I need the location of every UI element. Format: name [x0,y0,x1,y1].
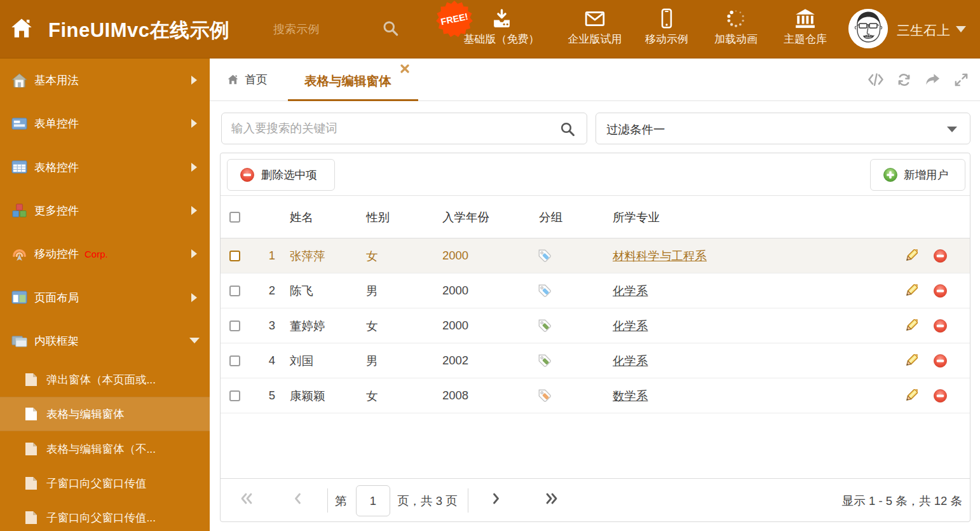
search-icon[interactable] [560,121,575,137]
delete-row-icon[interactable] [934,354,947,368]
page-number-input[interactable] [356,485,390,516]
sidebar-item-mobile-controls[interactable]: 移动控件 Corp. [0,232,210,275]
row-checkbox[interactable] [229,286,240,296]
expand-button[interactable] [947,70,976,89]
column-header-group[interactable]: 分组 [539,209,613,225]
delete-row-icon[interactable] [934,284,947,298]
sidebar-item-page-layout[interactable]: 页面布局 [0,275,210,319]
sidebar-subitem-grid-edit-window-2[interactable]: 表格与编辑窗体（不... [0,431,210,465]
tag-icon [538,249,552,263]
next-page-button[interactable] [493,493,500,504]
cell-major-link[interactable]: 材料科学与工程系 [613,249,707,263]
add-button-label: 新增用户 [904,167,948,183]
delete-row-icon[interactable] [934,319,947,333]
file-icon [25,511,37,525]
sidebar-subitem-label: 表格与编辑窗体 [46,406,125,422]
header-search-input[interactable] [273,19,375,39]
delete-row-icon[interactable] [934,249,947,263]
edit-pencil-icon[interactable] [904,319,918,333]
dropdown-caret-icon [947,127,957,132]
header-search-icon[interactable] [382,20,399,37]
sidebar-item-more-controls[interactable]: 更多控件 [0,189,210,232]
column-header-year[interactable]: 入学年份 [442,209,539,225]
share-button[interactable] [918,70,947,89]
sidebar-item-form-controls[interactable]: 表单控件 [0,102,210,145]
cell-year: 2000 [442,249,539,263]
delete-row-icon[interactable] [934,389,947,403]
add-user-button[interactable]: 新增用户 [870,159,965,191]
table-row[interactable]: 3 董婷婷 女 2000 化学系 [221,308,970,343]
table-header-row: 姓名 性别 入学年份 分组 所学专业 [221,196,970,238]
table-row[interactable]: 4 刘国 男 2002 化学系 [221,343,970,378]
refresh-icon [897,72,911,87]
file-icon [25,373,37,387]
row-checkbox[interactable] [229,355,240,366]
sidebar-subitem-grid-edit-window[interactable]: 表格与编辑窗体 [0,397,210,431]
source-code-button[interactable] [861,70,890,89]
user-caret-down-icon[interactable] [956,26,966,32]
sidebar-item-label: 表单控件 [34,116,79,131]
grid-empty-area [221,413,970,478]
sidebar-subitem-child-to-parent-2[interactable]: 子窗口向父窗口传值... [0,500,210,531]
edit-pencil-icon[interactable] [904,284,918,298]
column-header-name[interactable]: 姓名 [275,209,366,225]
row-checkbox[interactable] [229,321,240,331]
delete-selected-button[interactable]: 删除选中项 [227,159,335,191]
filter-dropdown[interactable]: 过滤条件一 [595,113,970,144]
edit-pencil-icon[interactable] [904,389,918,403]
row-number: 2 [250,284,275,298]
cell-name: 陈飞 [290,284,313,298]
row-checkbox[interactable] [229,390,240,401]
edit-pencil-icon[interactable] [904,354,918,368]
row-number: 4 [250,354,275,368]
filter-dropdown-value: 过滤条件一 [606,121,665,137]
nav-label: 加载动画 [714,32,758,46]
mail-icon [584,8,606,29]
sidebar-item-iframe[interactable]: 内联框架 [0,319,210,362]
cell-major-link[interactable]: 化学系 [613,354,648,368]
column-header-gender[interactable]: 性别 [366,209,442,225]
sidebar-subitem-child-to-parent[interactable]: 子窗口向父窗口传值 [0,466,210,500]
table-row[interactable]: 2 陈飞 男 2000 化学系 [221,273,970,308]
row-checkbox[interactable] [229,251,240,261]
username[interactable]: 三生石上 [897,22,950,39]
cell-major-link[interactable]: 化学系 [613,319,648,333]
table-row[interactable]: 5 康颖颖 女 2008 数学系 [221,378,970,413]
cell-major-link[interactable]: 数学系 [613,389,648,403]
sidebar-item-grid-controls[interactable]: 表格控件 [0,146,210,189]
column-header-major[interactable]: 所学专业 [613,209,875,225]
row-number: 3 [250,319,275,333]
tab-home[interactable]: 首页 [227,59,268,100]
last-page-button[interactable] [545,493,558,504]
tag-icon [538,354,552,368]
nav-theme-store[interactable]: 主题仓库 [761,8,850,46]
cell-name: 康颖颖 [290,389,325,403]
prev-page-button[interactable] [294,493,301,504]
row-number: 1 [250,249,275,263]
file-icon [25,442,37,456]
tab-grid-edit-window[interactable]: 表格与编辑窗体 [288,59,418,101]
cell-year: 2008 [442,389,539,403]
sidebar-item-label: 移动控件 [34,246,79,261]
sidebar-item-label: 表格控件 [34,160,79,175]
edit-pencil-icon[interactable] [904,249,918,263]
sidebar-item-label: 内联框架 [34,333,79,348]
app-header: FineUIMvc在线示例 FREE! 基础版（免费） 企业版试用 [0,0,980,59]
nav-basic-edition[interactable]: 基础版（免费） [457,8,546,46]
select-all-checkbox[interactable] [229,212,240,223]
table-row[interactable]: 1 张萍萍 女 2000 材料科学与工程系 [221,238,970,273]
refresh-button[interactable] [890,70,918,89]
avatar[interactable] [848,9,888,48]
tab-close-icon[interactable] [400,64,409,73]
sidebar-item-basic-usage[interactable]: 基本用法 [0,59,210,102]
cell-major-link[interactable]: 化学系 [613,284,648,298]
grid-toolbar: 删除选中项 新增用户 [221,153,970,196]
expand-icon [954,72,969,87]
cell-gender: 男 [366,283,442,299]
home-icon[interactable] [10,17,34,39]
first-page-button[interactable] [240,493,253,504]
sidebar-subitem-popup-window[interactable]: 弹出窗体（本页面或... [0,362,210,397]
corp-badge: Corp. [85,249,108,259]
keyword-search-input[interactable] [231,114,562,143]
cell-year: 2000 [442,284,539,298]
